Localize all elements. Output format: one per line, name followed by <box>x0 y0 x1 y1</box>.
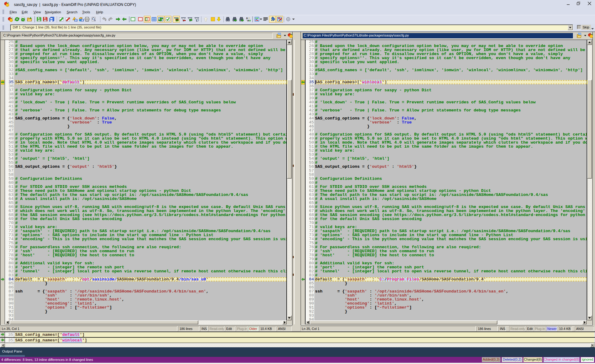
svg-text:B: B <box>249 19 251 22</box>
